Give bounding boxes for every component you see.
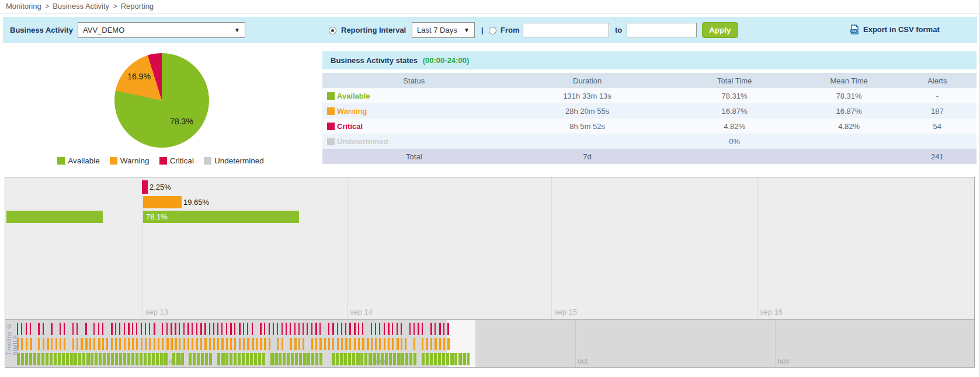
timeline-tick <box>102 338 104 350</box>
alerts-cell <box>898 134 976 149</box>
reporting-interval-selected-value: Last 7 Days <box>417 26 457 34</box>
column-header-alerts: Alerts <box>898 73 976 88</box>
table-row-warning: Warning 28h 20m 55s 16.87% 16.87% 187 <box>322 103 976 118</box>
timeline-tick <box>373 353 376 365</box>
business-activity-label: Business Activity <box>10 26 73 34</box>
timeline-tick <box>64 338 65 350</box>
timeline-tick <box>242 353 245 365</box>
timeline-tick <box>225 353 228 365</box>
timeline-main-band[interactable]: sep 13sep 14sep 15sep 162.25%19.65%78.1% <box>5 177 974 319</box>
timeline-tick <box>162 323 163 335</box>
timeline-tick <box>38 323 40 335</box>
undetermined-status-swatch <box>327 138 335 145</box>
timeline-tick <box>123 353 126 365</box>
business-activity-select[interactable]: AVV_DEMO ▼ <box>78 22 245 38</box>
duration-cell: 28h 20m 55s <box>506 103 669 118</box>
states-table: Status Duration Total Time Mean Time Ale… <box>322 73 976 164</box>
timeline-bar-label: 19.65% <box>183 198 209 207</box>
total-label-cell: Total <box>322 149 506 164</box>
legend-label: Critical <box>170 156 194 165</box>
timeline-tick <box>55 338 57 350</box>
reporting-interval-radio[interactable] <box>329 27 336 34</box>
total-mean-cell <box>800 149 898 164</box>
timeline-tick <box>340 353 343 365</box>
timeline-tick <box>160 353 164 365</box>
export-csv-link[interactable]: csv Export in CSV format <box>850 25 940 34</box>
timeline-tick <box>375 323 376 335</box>
timeline-tick <box>187 338 189 350</box>
critical-status-swatch <box>327 123 335 130</box>
timeline-tick <box>405 338 406 350</box>
legend-item-critical: Critical <box>159 156 194 165</box>
chevron-down-icon: ▼ <box>464 27 470 33</box>
timeline-tick <box>98 323 99 335</box>
to-date-input[interactable] <box>627 23 697 37</box>
timeline-tick <box>196 323 197 335</box>
timeline-tick <box>356 353 360 365</box>
timeline-tick <box>291 353 294 365</box>
reporting-interval-select[interactable]: Last 7 Days ▼ <box>412 22 475 38</box>
pie-slice-label-warning: 16.9% <box>127 72 151 81</box>
timeline-tick <box>247 323 248 335</box>
custom-period-radio[interactable] <box>489 27 496 34</box>
timeline-tick <box>85 338 88 350</box>
timeline-tick <box>358 338 360 350</box>
timeline-tick <box>180 353 184 365</box>
timeline-bar-critical[interactable] <box>142 180 148 194</box>
timeline-tick <box>119 338 121 350</box>
timeline-tick <box>247 338 249 350</box>
timeline-tick <box>135 353 138 365</box>
total-time-cell: 0% <box>669 134 800 149</box>
breadcrumb-link-reporting[interactable]: Reporting <box>121 2 154 11</box>
timeline-tick <box>25 353 28 365</box>
apply-button[interactable]: Apply <box>702 22 738 38</box>
timeline-tick <box>93 338 95 350</box>
timeline-tick <box>64 323 65 335</box>
legend-item-available: Available <box>57 156 100 165</box>
legend-item-undetermined: Undetermined <box>204 156 264 165</box>
timeline-tick <box>217 353 220 365</box>
timeline-tick <box>21 353 24 365</box>
timeline-tick <box>422 353 425 365</box>
timeline-tick <box>197 353 200 365</box>
timeline-tick <box>344 353 347 365</box>
timeline-overview-band[interactable]: augsepoctnov <box>5 319 974 367</box>
timeline-tick <box>430 353 433 365</box>
timeline-tick <box>254 353 257 365</box>
timeline-tick <box>234 353 237 365</box>
timeline-tick <box>405 353 408 365</box>
duration-cell: 131h 33m 13s <box>506 88 669 103</box>
timeline-tick <box>183 338 185 350</box>
breadcrumb-link-monitoring[interactable]: Monitoring <box>6 2 41 11</box>
timeline-tick <box>171 338 173 350</box>
timeline-tick <box>74 353 77 365</box>
timeline-tick <box>362 323 363 335</box>
timeline-tick <box>286 323 287 335</box>
total-time-cell: 16.87% <box>669 103 800 118</box>
timeline-tick <box>418 323 419 335</box>
from-date-input[interactable] <box>523 23 609 37</box>
breadcrumb-link-business-activity[interactable]: Business Activity <box>53 2 109 11</box>
timeline-tick <box>315 338 317 350</box>
timeline-tick <box>442 353 445 365</box>
timeline-tick <box>311 353 314 365</box>
timeline-tick <box>422 338 423 350</box>
timeline-tick <box>107 353 110 365</box>
timeline-tick <box>196 338 198 350</box>
timeline-tick <box>82 353 85 365</box>
timeline-tick <box>156 353 159 365</box>
table-row-critical: Critical 8h 5m 52s 4.82% 4.82% 54 <box>322 118 976 134</box>
legend-label: Available <box>68 156 100 165</box>
timeline-bar-warning[interactable] <box>143 196 182 208</box>
timeline-tick <box>238 353 241 365</box>
timeline-tick <box>264 323 265 335</box>
timeline-tick <box>252 323 253 335</box>
timeline-tick <box>277 323 278 335</box>
timeline-tick <box>315 323 317 335</box>
timeline-tick <box>41 353 44 365</box>
breadcrumb-separator: > <box>45 2 50 11</box>
timeline-bar-available-left[interactable] <box>6 211 103 223</box>
timeline-tick <box>349 338 351 350</box>
pie-slice-label-available: 78.3% <box>170 117 193 126</box>
timeline-tick <box>60 323 61 335</box>
